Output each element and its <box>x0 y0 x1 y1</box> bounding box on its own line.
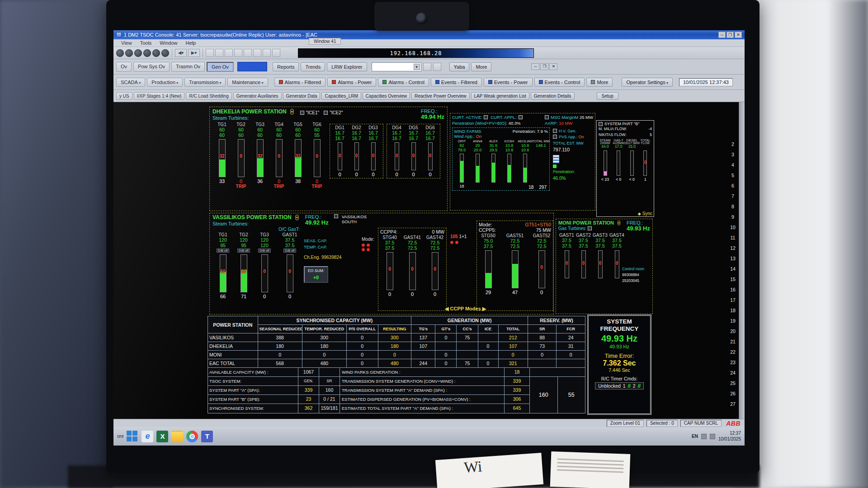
hv-gen-checkbox[interactable] <box>553 129 557 133</box>
page-number-9[interactable]: 9 <box>729 212 737 222</box>
quick-link-capacities-lrm[interactable]: Capacities_LRM <box>321 92 361 100</box>
restore-icon[interactable]: ❐ <box>540 63 548 70</box>
page-number-7[interactable]: 7 <box>729 191 737 202</box>
quick-link-generator-auxiliaries[interactable]: Generator Auxiliaries <box>233 92 282 100</box>
button-yaba[interactable]: Yaba <box>449 62 470 71</box>
button-alarms-power[interactable]: Alarms - Power <box>327 78 376 87</box>
tab-gen-ov[interactable]: Gen Ov <box>207 62 234 72</box>
restore-icon[interactable]: ❐ <box>726 32 734 38</box>
page-number-25[interactable]: 25 <box>729 378 737 389</box>
toolbar-icon[interactable] <box>206 49 214 57</box>
page-number-17[interactable]: 17 <box>729 295 737 305</box>
folder-icon[interactable] <box>171 431 183 442</box>
page-number-15[interactable]: 15 <box>729 274 737 285</box>
page-number-23[interactable]: 23 <box>729 357 737 368</box>
forward-arrow-icon[interactable]: ▶▾ <box>188 49 200 57</box>
menu-scada[interactable]: SCADA <box>116 78 145 87</box>
quick-link-r-c-load-shedding[interactable]: R/C Load Shedding <box>186 92 231 100</box>
chrome-icon[interactable] <box>186 431 198 442</box>
page-number-11[interactable]: 11 <box>729 233 737 243</box>
minimize-icon[interactable]: ─ <box>531 63 539 70</box>
ccpp-modes-control[interactable]: ◀ CCPP Modes ▶ <box>445 306 486 312</box>
toolbar-icon[interactable] <box>215 49 223 57</box>
button-events-control[interactable]: Events - Control <box>534 78 585 87</box>
page-number-13[interactable]: 13 <box>729 253 737 264</box>
quick-link-capacities-overview[interactable]: Capacities Overview <box>363 92 410 100</box>
page-number-19[interactable]: 19 <box>729 316 737 326</box>
msg-checkbox[interactable] <box>545 115 549 119</box>
toolbar-icon[interactable] <box>244 49 252 57</box>
quick-link-generation-details[interactable]: Generation Details <box>531 92 575 100</box>
button-more[interactable]: More <box>586 78 613 87</box>
page-number-10[interactable]: 10 <box>729 222 737 233</box>
toolbar-icon[interactable] <box>225 49 233 57</box>
page-number-16[interactable]: 16 <box>729 285 737 295</box>
rc-timer-status[interactable]: Unblocked 1// 2// <box>595 382 644 389</box>
vassilikos-south-checkbox[interactable]: VASSILIKOS SOUTH <box>334 214 370 225</box>
toolbar-circle-button[interactable] <box>134 49 142 57</box>
page-number-21[interactable]: 21 <box>729 337 737 347</box>
toolbar-icon[interactable] <box>263 49 271 57</box>
curt-active-checkbox[interactable] <box>484 115 488 119</box>
curt-appl-checkbox[interactable] <box>519 115 523 119</box>
window-titlebar[interactable]: 1 DM2 TSOC Console: 41 Server: tsocrepas… <box>113 30 745 39</box>
page-number-24[interactable]: 24 <box>729 368 737 378</box>
toolbar-icon[interactable] <box>253 49 261 57</box>
pvs-app-checkbox[interactable] <box>553 135 557 139</box>
menu-transmission[interactable]: Transmission <box>184 78 226 87</box>
button-alarms-control[interactable]: Alarms - Control <box>378 78 429 87</box>
quick-link-i-xp-stages-1-4-new[interactable]: I/XP Stages 1:4 (New) <box>134 92 185 100</box>
close-icon[interactable]: ✕ <box>549 63 557 70</box>
page-number-5[interactable]: 5 <box>729 170 737 181</box>
toolbar-icon[interactable] <box>423 63 431 71</box>
teams-icon[interactable] <box>201 431 213 442</box>
ice2-checkbox[interactable]: "ICE2" <box>324 110 343 115</box>
close-icon[interactable]: ✕ <box>735 32 742 38</box>
button-events-filtered[interactable]: Events - Filtered <box>431 78 482 87</box>
page-number-8[interactable]: 8 <box>729 202 737 212</box>
minimize-icon[interactable]: ─ <box>718 32 726 38</box>
clock[interactable]: 12:37 10/01/2025 <box>718 431 741 442</box>
toolbar-circle-button[interactable] <box>125 49 133 57</box>
setup-button[interactable]: Setup <box>597 92 618 100</box>
language-indicator[interactable]: EN <box>692 434 698 439</box>
tab-ov[interactable]: Ov <box>116 62 132 72</box>
checkbox-icon[interactable] <box>588 226 592 230</box>
toolbar-circle-button[interactable] <box>152 49 160 57</box>
toolbar-circle-button[interactable] <box>161 49 169 57</box>
page-number-3[interactable]: 3 <box>729 150 737 160</box>
system-part-b-checkbox[interactable] <box>599 122 603 126</box>
quick-link-generator-data[interactable]: Generator Data <box>283 92 321 100</box>
menu-help[interactable]: Help <box>181 40 200 46</box>
tray-icon[interactable] <box>710 434 715 439</box>
page-number-2[interactable]: 2 <box>729 139 737 150</box>
quick-link-reactive-power-overview[interactable]: Reactive Power Overview <box>411 92 469 100</box>
menu-production[interactable]: Production <box>147 78 183 87</box>
button-more[interactable]: More <box>471 62 491 71</box>
quick-link-y-us[interactable]: y US <box>116 92 132 100</box>
page-number-6[interactable]: 6 <box>729 181 737 191</box>
toolbar-icon[interactable] <box>272 49 280 57</box>
toolbar-circle-button[interactable] <box>116 49 124 57</box>
page-number-22[interactable]: 22 <box>729 347 737 357</box>
operator-settings-button[interactable]: Operator Settings <box>622 78 672 87</box>
tray-icon[interactable] <box>701 434 707 439</box>
toolbar-icon[interactable] <box>433 63 441 71</box>
window-41-tab[interactable]: Window 41 <box>309 38 341 45</box>
page-number-4[interactable]: 4 <box>729 160 737 170</box>
page-number-18[interactable]: 18 <box>729 305 737 316</box>
button-reports[interactable]: Reports <box>273 62 299 71</box>
ice1-checkbox[interactable]: "ICE1" <box>300 110 319 115</box>
internet-explorer-icon[interactable] <box>142 431 153 442</box>
tab-trasmn-ov[interactable]: Trasmn Ov <box>171 62 205 72</box>
start-button[interactable] <box>127 431 138 442</box>
excel-icon[interactable] <box>156 431 168 442</box>
button-alarms-filtered[interactable]: Alarms - Filtered <box>274 78 326 87</box>
eo-sum-box[interactable]: EO SUM: +0 <box>304 266 328 283</box>
tab-pow-sys-ov[interactable]: Pow Sys Ov <box>133 62 170 72</box>
page-number-27[interactable]: 27 <box>729 399 737 409</box>
menu-window[interactable]: Window <box>156 40 181 46</box>
menu-tools[interactable]: Tools <box>136 40 156 46</box>
page-number-26[interactable]: 26 <box>729 389 737 399</box>
taskbar-item-label[interactable]: ore <box>117 434 123 439</box>
